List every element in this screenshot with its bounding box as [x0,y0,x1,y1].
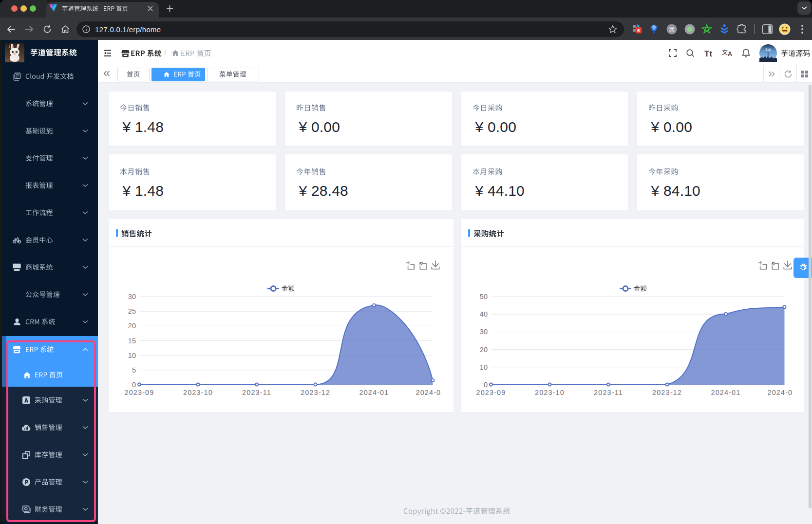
svg-text:2023-11: 2023-11 [242,389,271,396]
svg-text:20: 20 [480,346,488,354]
svg-text:20: 20 [128,322,136,330]
svg-text:6: 6 [637,28,640,33]
svg-text:30: 30 [480,328,488,336]
svg-text:25: 25 [128,307,136,315]
svg-text:0: 0 [484,381,488,389]
svg-text:2023-12: 2023-12 [652,389,682,396]
svg-text:0: 0 [132,381,136,389]
svg-text:⌘: ⌘ [669,26,675,33]
svg-text:2024-01: 2024-01 [359,389,389,396]
svg-text:文心: 文心 [765,48,772,52]
svg-text:2024-02: 2024-02 [768,389,793,396]
svg-text:15: 15 [128,337,136,345]
svg-text:50: 50 [480,293,488,300]
svg-text:2023-09: 2023-09 [476,389,506,396]
svg-text:40: 40 [480,310,488,318]
svg-text:2024-02: 2024-02 [416,389,440,396]
svg-text:2024-01: 2024-01 [711,389,741,396]
svg-text:2023-10: 2023-10 [535,389,565,396]
svg-text:2023-11: 2023-11 [594,389,623,396]
svg-text:30: 30 [128,293,136,300]
svg-text:5: 5 [132,366,136,374]
svg-text:10: 10 [128,352,136,359]
svg-text:2023-12: 2023-12 [301,389,330,396]
svg-text:2023-10: 2023-10 [183,389,213,396]
svg-text:2023-09: 2023-09 [125,389,154,396]
svg-text:10: 10 [480,363,488,371]
